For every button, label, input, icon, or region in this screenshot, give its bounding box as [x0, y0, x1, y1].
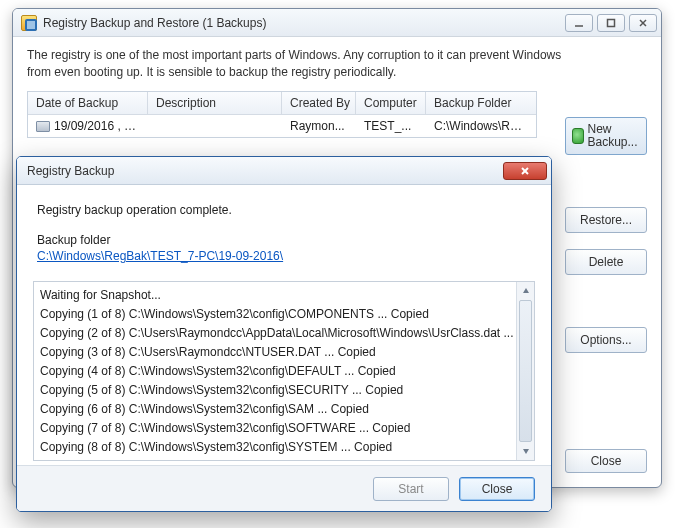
main-close-button[interactable]: Close	[565, 449, 647, 473]
maximize-button[interactable]	[597, 14, 625, 32]
intro-line2: from even booting up. It is sensible to …	[27, 65, 396, 79]
cell-desc	[148, 115, 282, 137]
new-backup-icon	[572, 128, 584, 144]
col-by[interactable]: Created By	[282, 92, 356, 114]
col-comp[interactable]: Computer	[356, 92, 426, 114]
cell-date-text: 19/09/2016 , 22:33	[54, 119, 148, 133]
log-line: Copying (6 of 8) C:\Windows\System32\con…	[40, 400, 510, 419]
log-line: Copying (1 of 8) C:\Windows\System32\con…	[40, 305, 510, 324]
svg-rect-1	[608, 19, 615, 26]
backups-table: Date of Backup Description Created By Co…	[27, 91, 537, 138]
scroll-up-icon[interactable]	[517, 282, 534, 300]
log-line: Copying (8 of 8) C:\Windows\System32\con…	[40, 438, 510, 457]
log-line: Copying (2 of 8) C:\Users\Raymondcc\AppD…	[40, 324, 510, 343]
backup-folder-link[interactable]: C:\Windows\RegBak\TEST_7-PC\19-09-2016\	[37, 249, 283, 263]
col-date[interactable]: Date of Backup	[28, 92, 148, 114]
main-body: The registry is one of the most importan…	[13, 37, 661, 148]
scroll-thumb[interactable]	[519, 300, 532, 442]
minimize-button[interactable]	[565, 14, 593, 32]
log-inner[interactable]: Waiting for Snapshot... Copying (1 of 8)…	[34, 282, 516, 460]
options-button[interactable]: Options...	[565, 327, 647, 353]
window-title: Registry Backup and Restore (1 Backups)	[43, 16, 565, 30]
side-buttons: New Backup... Restore... Delete Options.…	[565, 117, 647, 353]
dialog-body: Registry backup operation complete. Back…	[17, 185, 551, 461]
intro-text: The registry is one of the most importan…	[27, 47, 647, 81]
intro-line1: The registry is one of the most importan…	[27, 48, 561, 62]
cell-date: 19/09/2016 , 22:33	[28, 115, 148, 137]
app-icon	[21, 15, 37, 31]
log-line: Copying (7 of 8) C:\Windows\System32\con…	[40, 419, 510, 438]
svg-marker-6	[523, 288, 529, 293]
start-button[interactable]: Start	[373, 477, 449, 501]
backup-dialog: Registry Backup Registry backup operatio…	[16, 156, 552, 512]
scroll-down-icon[interactable]	[517, 442, 534, 460]
log-scrollbar[interactable]	[516, 282, 534, 460]
log-box: Waiting for Snapshot... Copying (1 of 8)…	[33, 281, 535, 461]
dialog-close-x[interactable]	[503, 162, 547, 180]
new-backup-label: New Backup...	[588, 123, 641, 149]
col-desc[interactable]: Description	[148, 92, 282, 114]
status-text: Registry backup operation complete.	[37, 203, 535, 217]
table-header: Date of Backup Description Created By Co…	[28, 92, 536, 115]
cell-by: Raymon...	[282, 115, 356, 137]
backup-folder-label: Backup folder	[37, 233, 535, 247]
restore-button[interactable]: Restore...	[565, 207, 647, 233]
log-line: Copying (3 of 8) C:\Users\Raymondcc\NTUS…	[40, 343, 510, 362]
svg-marker-7	[523, 449, 529, 454]
scroll-track[interactable]	[517, 300, 534, 442]
main-close-area: Close	[565, 449, 647, 473]
log-line: Copying (5 of 8) C:\Windows\System32\con…	[40, 381, 510, 400]
cell-folder: C:\Windows\RegB	[426, 115, 536, 137]
dialog-footer: Start Close	[17, 465, 551, 511]
delete-button[interactable]: Delete	[565, 249, 647, 275]
col-folder[interactable]: Backup Folder	[426, 92, 536, 114]
new-backup-button[interactable]: New Backup...	[565, 117, 647, 155]
main-titlebar[interactable]: Registry Backup and Restore (1 Backups)	[13, 9, 661, 37]
table-row[interactable]: 19/09/2016 , 22:33 Raymon... TEST_... C:…	[28, 115, 536, 137]
close-window-button[interactable]	[629, 14, 657, 32]
log-line: Waiting for Snapshot...	[40, 286, 510, 305]
disk-icon	[36, 121, 50, 132]
log-line: Copying (4 of 8) C:\Windows\System32\con…	[40, 362, 510, 381]
window-buttons	[565, 14, 657, 32]
dialog-close-button[interactable]: Close	[459, 477, 535, 501]
dialog-title: Registry Backup	[27, 164, 114, 178]
cell-comp: TEST_...	[356, 115, 426, 137]
dialog-titlebar[interactable]: Registry Backup	[17, 157, 551, 185]
